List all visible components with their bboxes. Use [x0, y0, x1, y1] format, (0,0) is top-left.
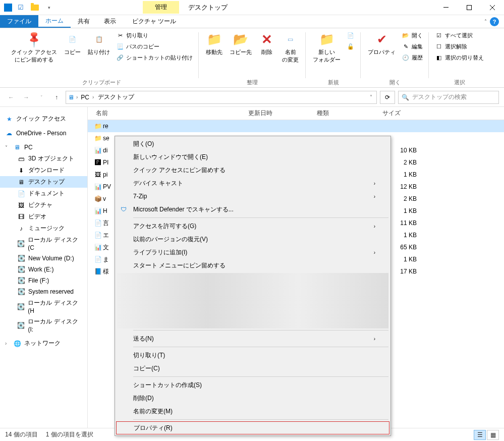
easy-access-icon: 🔓: [347, 42, 355, 50]
sidebar-item[interactable]: 💽ローカル ディスク (H: [0, 297, 87, 316]
collapse-ribbon-icon[interactable]: ˄: [484, 19, 487, 24]
details-view-button[interactable]: ☰: [474, 430, 486, 440]
manage-contextual-label: 管理: [143, 1, 179, 14]
sidebar-quick-access[interactable]: ★クイック アクセス: [0, 113, 87, 125]
cm-device-cast[interactable]: デバイス キャスト›: [116, 177, 389, 190]
address-field[interactable]: 🖥 › PC› デスクトップ ˅: [66, 91, 377, 104]
cm-pin-start[interactable]: スタート メニューにピン留めする: [116, 259, 389, 272]
delete-button[interactable]: ✕ 削除: [256, 30, 278, 57]
column-headers[interactable]: 名前 更新日時 種類 サイズ: [88, 107, 504, 120]
sidebar-item[interactable]: 💽System reserved: [0, 286, 87, 297]
sidebar-item[interactable]: ⬇ダウンロード: [0, 164, 87, 176]
cm-pin-quick-access[interactable]: クイック アクセスにピン留めする: [116, 163, 389, 177]
cm-create-shortcut[interactable]: ショートカットの作成(S): [116, 378, 389, 392]
search-input[interactable]: 🔍 デスクトップの検索: [398, 91, 499, 104]
sidebar-item[interactable]: 🖥デスクトップ: [0, 176, 87, 188]
search-icon: 🔍: [402, 94, 409, 101]
back-button[interactable]: ←: [5, 91, 17, 103]
invert-selection-button[interactable]: ◧選択の切り替え: [433, 52, 486, 63]
tab-share[interactable]: 共有: [71, 15, 97, 28]
sidebar-item[interactable]: 🖼ピクチャ: [0, 199, 87, 211]
sidebar-item[interactable]: 💽ローカル ディスク (I:: [0, 316, 87, 335]
paste-shortcut-button[interactable]: 🔗ショートカットの貼り付け: [114, 52, 195, 63]
folder-icon: 💽: [17, 303, 25, 311]
column-size: サイズ: [379, 107, 420, 120]
history-button[interactable]: 🕘履歴: [400, 52, 425, 63]
new-folder-button[interactable]: 📁 新しい フォルダー: [310, 30, 344, 65]
sidebar-item[interactable]: 💽New Volume (D:): [0, 253, 87, 264]
cm-send-to[interactable]: 送る(N)›: [116, 332, 389, 345]
sidebar-network[interactable]: ›🌐ネットワーク: [0, 338, 87, 349]
paste-button[interactable]: 📋 貼り付け: [85, 30, 113, 57]
move-to-button[interactable]: 📁 移動先: [203, 30, 226, 57]
file-row[interactable]: 📁 re: [88, 120, 504, 132]
qat-dropdown[interactable]: ▾: [43, 2, 54, 13]
new-item-button[interactable]: 📄: [345, 30, 357, 40]
copy-button[interactable]: 📄 コピー: [61, 30, 84, 57]
group-clipboard-label: クリップボード: [82, 78, 121, 87]
qat-checkbox[interactable]: ☑: [15, 2, 26, 13]
select-all-button[interactable]: ☑すべて選択: [433, 30, 486, 40]
shield-icon: 🛡: [119, 205, 128, 214]
navigation-sidebar[interactable]: ★クイック アクセス ☁OneDrive - Person ˅🖥PC 🗃3D オ…: [0, 107, 88, 428]
folder-icon: 🎞: [17, 213, 25, 221]
up-button[interactable]: ↑: [50, 91, 63, 103]
cm-properties[interactable]: プロパティ(R): [116, 421, 389, 434]
properties-icon: ✔: [377, 32, 387, 46]
sidebar-item[interactable]: 🎞ビデオ: [0, 211, 87, 223]
cm-include-library[interactable]: ライブラリに追加(I)›: [116, 246, 389, 259]
sidebar-item[interactable]: 📄ドキュメント: [0, 188, 87, 199]
history-icon: 🕘: [402, 53, 410, 62]
address-dropdown[interactable]: ˅: [368, 94, 374, 100]
cm-open[interactable]: 開く(O): [116, 137, 389, 150]
sidebar-item[interactable]: 💽ローカル ディスク (C: [0, 234, 87, 253]
properties-button[interactable]: ✔ プロパティ: [365, 30, 399, 57]
forward-button[interactable]: →: [20, 91, 32, 103]
cm-defender-scan[interactable]: 🛡Microsoft Defender でスキャンする...: [116, 203, 389, 216]
tab-file[interactable]: ファイル: [0, 15, 38, 28]
paste-icon: 📋: [95, 36, 103, 43]
open-button[interactable]: 📂開く: [400, 30, 425, 40]
window-title: デスクトップ: [188, 3, 228, 12]
help-icon[interactable]: ?: [490, 17, 499, 26]
sidebar-pc[interactable]: ˅🖥PC: [0, 142, 87, 153]
sidebar-onedrive[interactable]: ☁OneDrive - Person: [0, 128, 87, 139]
cm-give-access[interactable]: アクセスを許可する(G)›: [116, 219, 389, 233]
qat-folder-icon[interactable]: [29, 2, 40, 13]
sidebar-item[interactable]: 💽Work (E:): [0, 264, 87, 275]
cm-open-new-window[interactable]: 新しいウィンドウで開く(E): [116, 150, 389, 163]
tab-picture-tools[interactable]: ピクチャ ツール: [125, 15, 183, 28]
network-icon: 🌐: [13, 340, 21, 348]
edit-button[interactable]: ✎編集: [400, 41, 425, 51]
recent-dropdown[interactable]: ˅: [35, 91, 47, 103]
cut-button[interactable]: ✂切り取り: [114, 30, 195, 40]
cm-restore-previous[interactable]: 以前のバージョンの復元(V): [116, 233, 389, 246]
rename-button[interactable]: ▭ 名前 の変更: [279, 30, 302, 65]
thumbnails-view-button[interactable]: ▦: [487, 430, 499, 440]
tab-home[interactable]: ホーム: [38, 15, 71, 28]
sidebar-item[interactable]: 💽File (F:): [0, 275, 87, 286]
tab-view[interactable]: 表示: [97, 15, 123, 28]
refresh-button[interactable]: ⟳: [380, 91, 395, 104]
cm-copy[interactable]: コピー(C): [116, 362, 389, 375]
cm-cut[interactable]: 切り取り(T): [116, 349, 389, 362]
invert-icon: ◧: [435, 53, 443, 62]
file-type-icon: 🖼: [93, 171, 103, 178]
cm-7zip[interactable]: 7-Zip›: [116, 190, 389, 203]
easy-access-button[interactable]: 🔓: [345, 41, 357, 51]
cm-delete[interactable]: 削除(D): [116, 392, 389, 405]
select-none-button[interactable]: ☐選択解除: [433, 41, 486, 51]
close-button[interactable]: [481, 0, 504, 15]
maximize-button[interactable]: [458, 0, 481, 15]
minimize-button[interactable]: [434, 0, 458, 15]
rename-icon: ▭: [288, 36, 293, 43]
title-bar: ☑ ▾ 管理 デスクトップ: [0, 0, 504, 15]
copy-path-button[interactable]: 📃パスのコピー: [114, 41, 195, 51]
cm-rename[interactable]: 名前の変更(M): [116, 405, 389, 418]
sidebar-item[interactable]: 🗃3D オブジェクト: [0, 153, 87, 164]
app-icon: [4, 4, 12, 12]
pin-quickaccess-button[interactable]: 📌 クイック アクセス にピン留めする: [8, 30, 60, 65]
copy-to-button[interactable]: 📂 コピー先: [227, 30, 255, 57]
sidebar-item[interactable]: ♪ミュージック: [0, 223, 87, 234]
svg-rect-1: [467, 5, 472, 10]
